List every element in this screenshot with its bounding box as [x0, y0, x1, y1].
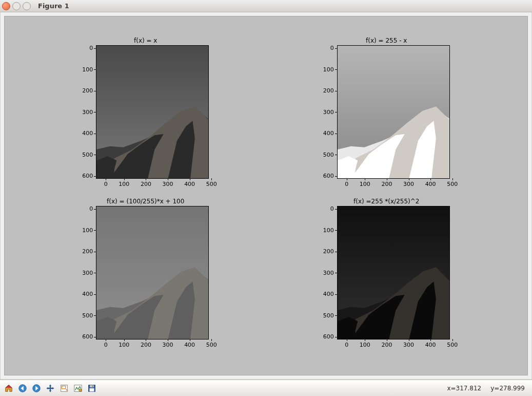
save-button[interactable] [85, 382, 98, 395]
window-titlebar: Figure 1 [0, 0, 532, 12]
y-tick-label: 600 [82, 173, 93, 179]
y-axis: 0100200300400500600 [82, 45, 96, 179]
y-tick-label: 400 [323, 291, 334, 297]
x-tick-label: 200 [381, 342, 392, 348]
save-icon [87, 384, 96, 393]
pan-button[interactable] [44, 382, 57, 395]
y-tick-label: 200 [323, 88, 334, 93]
x-tick-label: 100 [119, 181, 129, 187]
x-tick-label: 0 [345, 342, 348, 348]
y-tick-label: 300 [82, 109, 93, 115]
subplot-title: f(x) = x [134, 37, 157, 44]
subplot-title: f(x) =255 *(x/255)^2 [353, 198, 419, 205]
pan-icon [46, 384, 55, 393]
y-tick-label: 600 [323, 173, 334, 179]
nav-toolbar: x=317.812 y=278.999 [0, 380, 532, 396]
subplot-image [96, 45, 209, 179]
y-axis: 0100200300400500600 [323, 45, 337, 179]
x-tick-label: 0 [104, 181, 108, 187]
x-tick-label: 200 [141, 181, 151, 187]
figure-canvas[interactable]: f(x) = x0100200300400500600 010020030040… [4, 16, 528, 375]
x-tick-label: 300 [403, 181, 414, 187]
figure-canvas-wrap: f(x) = x0100200300400500600 010020030040… [0, 12, 532, 380]
x-tick-label: 400 [184, 342, 195, 348]
x-tick-label: 200 [381, 181, 392, 187]
subplot: f(x) = 255 - x0100200300400500600 010020… [274, 37, 500, 188]
forward-icon [32, 384, 41, 393]
window-close-button[interactable] [2, 2, 10, 10]
back-icon [18, 384, 27, 393]
subplot-image [337, 45, 450, 179]
coord-y: y=278.999 [490, 385, 525, 392]
subplot: f(x) = x0100200300400500600 010020030040… [33, 37, 259, 188]
x-tick-label: 300 [403, 342, 414, 348]
y-tick-label: 600 [323, 334, 334, 340]
y-tick-label: 100 [82, 228, 93, 233]
y-tick-label: 300 [82, 270, 93, 276]
home-icon [4, 384, 13, 393]
x-tick-label: 500 [447, 342, 458, 348]
coord-x: x=317.812 [447, 385, 481, 392]
y-tick-label: 500 [323, 313, 334, 318]
y-tick-label: 100 [82, 67, 93, 72]
y-axis: 0100200300400500600 [82, 206, 96, 340]
zoom-button[interactable] [57, 382, 71, 395]
y-tick-label: 600 [82, 334, 93, 340]
x-tick-label: 100 [360, 342, 370, 348]
y-tick-label: 100 [323, 67, 334, 72]
x-tick-label: 0 [104, 342, 108, 348]
subplot: f(x) = (100/255)*x + 1000100200300400500… [33, 198, 259, 349]
subplot-image [96, 206, 209, 340]
y-tick-label: 200 [82, 88, 93, 93]
y-tick-label: 500 [323, 152, 334, 158]
plots-grid: f(x) = x0100200300400500600 010020030040… [5, 16, 527, 375]
subplot-title: f(x) = (100/255)*x + 100 [107, 198, 184, 205]
x-tick-label: 300 [163, 181, 173, 187]
zoom-icon [60, 384, 69, 393]
back-button[interactable] [16, 382, 29, 395]
forward-button[interactable] [30, 382, 43, 395]
subplot: f(x) =255 *(x/255)^20100200300400500600 … [274, 198, 500, 349]
y-tick-label: 0 [89, 45, 93, 51]
y-tick-label: 0 [89, 206, 93, 212]
y-tick-label: 0 [330, 45, 334, 51]
window-minimize-button[interactable] [12, 2, 21, 10]
y-axis: 0100200300400500600 [323, 206, 337, 340]
y-tick-label: 0 [330, 206, 334, 212]
x-axis: 0100200300400500 [345, 342, 458, 348]
y-tick-label: 100 [323, 228, 334, 233]
window-title: Figure 1 [38, 2, 69, 10]
y-tick-label: 200 [82, 249, 93, 254]
cursor-coords: x=317.812 y=278.999 [447, 385, 530, 392]
y-tick-label: 200 [323, 249, 334, 254]
y-tick-label: 300 [323, 270, 334, 276]
x-tick-label: 500 [447, 181, 458, 187]
x-tick-label: 300 [163, 342, 173, 348]
x-tick-label: 0 [345, 181, 348, 187]
y-tick-label: 400 [82, 130, 93, 136]
configure-button[interactable] [71, 382, 85, 395]
x-tick-label: 100 [360, 181, 370, 187]
x-axis: 0100200300400500 [104, 342, 217, 348]
y-tick-label: 400 [323, 130, 334, 136]
x-tick-label: 100 [119, 342, 129, 348]
x-tick-label: 400 [184, 181, 195, 187]
x-tick-label: 400 [425, 342, 436, 348]
subplot-title: f(x) = 255 - x [366, 37, 407, 44]
subplot-image [337, 206, 450, 340]
configure-icon [73, 384, 83, 393]
x-tick-label: 200 [141, 342, 151, 348]
x-tick-label: 500 [206, 181, 217, 187]
window-maximize-button[interactable] [23, 2, 31, 10]
x-axis: 0100200300400500 [345, 181, 458, 187]
x-tick-label: 400 [425, 181, 436, 187]
home-button[interactable] [2, 382, 15, 395]
x-tick-label: 500 [206, 342, 217, 348]
y-tick-label: 300 [323, 109, 334, 115]
x-axis: 0100200300400500 [104, 181, 217, 187]
y-tick-label: 500 [82, 152, 93, 158]
y-tick-label: 400 [82, 291, 93, 297]
y-tick-label: 500 [82, 313, 93, 318]
